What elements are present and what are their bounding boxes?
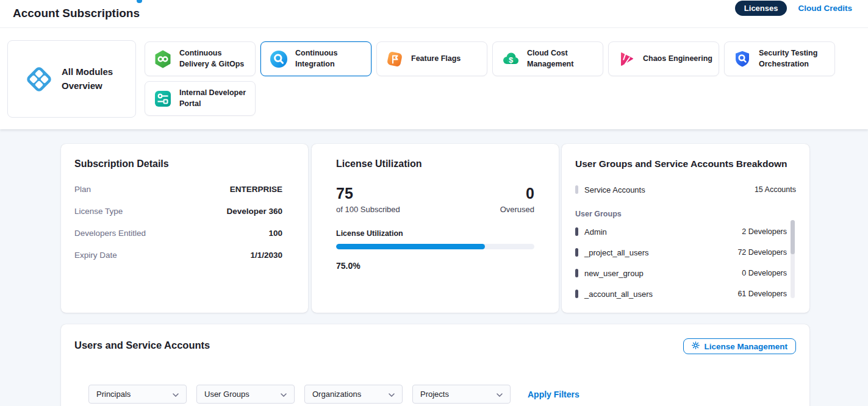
gear-icon bbox=[692, 341, 700, 351]
user-groups-list: Admin 2 Developers _project_all_users 72… bbox=[575, 221, 796, 304]
user-group-value: 72 Developers bbox=[737, 248, 787, 257]
module-label: Feature Flags bbox=[411, 54, 461, 65]
service-accounts-label: Service Accounts bbox=[584, 185, 748, 194]
user-group-row-new-user-group: new_user_group 0 Developers bbox=[575, 263, 787, 283]
module-card-cloud-cost-management[interactable]: $ Cloud Cost Management bbox=[492, 41, 603, 76]
user-group-row-account-all-users: _account_all_users 61 Developers bbox=[575, 283, 787, 304]
subscription-details-card: Subscription Details Plan ENTERPRISE Lic… bbox=[61, 144, 308, 313]
user-group-value: 2 Developers bbox=[742, 227, 787, 236]
service-accounts-value: 15 Accounts bbox=[755, 185, 796, 194]
header-tabs: Licenses Cloud Credits bbox=[735, 0, 852, 16]
row-value: 100 bbox=[268, 229, 282, 238]
row-value: Developer 360 bbox=[226, 207, 282, 216]
chevron-down-icon bbox=[281, 390, 287, 399]
breakdown-card: User Groups and Service Accounts Breakdo… bbox=[562, 144, 809, 313]
user-group-label: Admin bbox=[584, 227, 736, 237]
chaos-engineering-icon bbox=[617, 49, 636, 69]
internal-developer-portal-icon bbox=[153, 89, 173, 109]
main-content: Subscription Details Plan ENTERPRISE Lic… bbox=[0, 129, 868, 406]
license-utilization-title: License Utilization bbox=[336, 158, 534, 169]
clipped-icon-fragment bbox=[137, 0, 142, 3]
filter-label: Organizations bbox=[312, 390, 361, 399]
chevron-down-icon bbox=[389, 390, 395, 399]
row-value: ENTERPRISE bbox=[230, 185, 282, 194]
organizations-filter[interactable]: Organizations bbox=[304, 385, 403, 404]
chevron-down-icon bbox=[173, 390, 179, 399]
filter-label: Principals bbox=[96, 390, 131, 399]
filter-label: User Groups bbox=[204, 390, 249, 399]
module-selector-strip: All Modules Overview Continuous Delivery… bbox=[0, 28, 868, 129]
chevron-down-icon bbox=[497, 390, 503, 399]
continuous-delivery-icon bbox=[153, 49, 173, 69]
row-label: Plan bbox=[74, 185, 91, 194]
security-testing-orchestration-icon bbox=[733, 49, 752, 69]
page-title: Account Subscriptions bbox=[13, 7, 140, 20]
subscribed-stat: 75 of 100 Subscribed bbox=[336, 185, 400, 214]
license-management-label: License Management bbox=[704, 342, 787, 351]
groups-scrollbar-thumb[interactable] bbox=[791, 220, 795, 254]
user-group-label: _account_all_users bbox=[584, 290, 731, 299]
module-card-chaos-engineering[interactable]: Chaos Engineering bbox=[608, 41, 719, 76]
module-card-continuous-integration[interactable]: Continuous Integration bbox=[260, 41, 371, 76]
user-group-row-project-all-users: _project_all_users 72 Developers bbox=[575, 242, 787, 263]
row-value: 1/1/2030 bbox=[250, 251, 282, 260]
principals-filter[interactable]: Principals bbox=[88, 385, 187, 404]
user-group-label: _project_all_users bbox=[584, 248, 731, 257]
breakdown-title: User Groups and Service Accounts Breakdo… bbox=[575, 158, 796, 169]
subscribed-caption: of 100 Subscribed bbox=[336, 205, 400, 214]
filter-label: Projects bbox=[420, 390, 449, 399]
all-modules-overview-card[interactable]: All Modules Overview bbox=[7, 40, 136, 118]
module-card-security-testing-orchestration[interactable]: Security Testing Orchestration bbox=[724, 41, 835, 76]
license-utilization-card: License Utilization 75 of 100 Subscribed… bbox=[312, 144, 559, 313]
module-card-feature-flags[interactable]: Feature Flags bbox=[376, 41, 487, 76]
module-label: Internal Developer Portal bbox=[179, 88, 251, 109]
continuous-integration-icon bbox=[269, 49, 289, 69]
module-cards: Continuous Delivery & GitOps Continuous … bbox=[145, 41, 837, 116]
utilization-percent: 75.0% bbox=[336, 261, 534, 271]
groups-scrollbar[interactable] bbox=[791, 220, 795, 298]
user-group-row-admin: Admin 2 Developers bbox=[575, 221, 787, 242]
user-groups-header: User Groups bbox=[575, 210, 796, 218]
user-group-label: new_user_group bbox=[584, 269, 736, 278]
utilization-bar bbox=[336, 244, 534, 249]
utilization-bar-fill bbox=[336, 244, 485, 249]
row-label: Developers Entitled bbox=[74, 229, 146, 238]
apply-filters-button[interactable]: Apply Filters bbox=[528, 390, 579, 399]
user-group-pill-icon bbox=[575, 269, 578, 277]
all-modules-label: All Modules Overview bbox=[62, 65, 120, 93]
page-header: Account Subscriptions Licenses Cloud Cre… bbox=[0, 0, 868, 28]
account-subscriptions-page: Account Subscriptions Licenses Cloud Cre… bbox=[0, 0, 868, 406]
user-group-value: 0 Developers bbox=[742, 269, 787, 277]
module-label: Cloud Cost Management bbox=[527, 48, 599, 69]
license-management-button[interactable]: License Management bbox=[683, 338, 796, 354]
cloud-cost-management-icon: $ bbox=[501, 49, 520, 69]
service-accounts-row: Service Accounts 15 Accounts bbox=[575, 183, 796, 196]
users-section-title: Users and Service Accounts bbox=[74, 340, 210, 351]
module-label: Continuous Delivery & GitOps bbox=[179, 48, 251, 69]
module-card-continuous-delivery[interactable]: Continuous Delivery & GitOps bbox=[145, 41, 256, 76]
subscription-row-license-type: License Type Developer 360 bbox=[74, 200, 282, 222]
filters-row: Principals User Groups Organizations bbox=[88, 385, 796, 404]
subscription-row-expiry-date: Expiry Date 1/1/2030 bbox=[74, 244, 282, 266]
projects-filter[interactable]: Projects bbox=[412, 385, 511, 404]
module-card-internal-developer-portal[interactable]: Internal Developer Portal bbox=[145, 81, 256, 116]
subscription-row-plan: Plan ENTERPRISE bbox=[74, 178, 282, 200]
feature-flags-icon bbox=[385, 49, 404, 69]
row-label: License Type bbox=[74, 207, 123, 216]
module-label: Continuous Integration bbox=[295, 48, 367, 69]
cloud-credits-tab[interactable]: Cloud Credits bbox=[798, 4, 852, 13]
module-label: Security Testing Orchestration bbox=[759, 48, 831, 69]
subscription-row-developers-entitled: Developers Entitled 100 bbox=[74, 222, 282, 244]
svg-text:$: $ bbox=[509, 55, 514, 64]
user-group-value: 61 Developers bbox=[737, 290, 787, 298]
row-label: Expiry Date bbox=[74, 251, 117, 260]
overused-caption: Overused bbox=[500, 205, 534, 214]
user-group-pill-icon bbox=[575, 290, 578, 298]
overused-count: 0 bbox=[500, 185, 534, 202]
user-groups-filter[interactable]: User Groups bbox=[196, 385, 295, 404]
user-group-pill-icon bbox=[575, 248, 578, 257]
licenses-tab[interactable]: Licenses bbox=[735, 1, 787, 16]
user-group-pill-icon bbox=[575, 227, 578, 236]
module-label: Chaos Engineering bbox=[643, 54, 712, 65]
subscribed-count: 75 bbox=[336, 185, 400, 202]
